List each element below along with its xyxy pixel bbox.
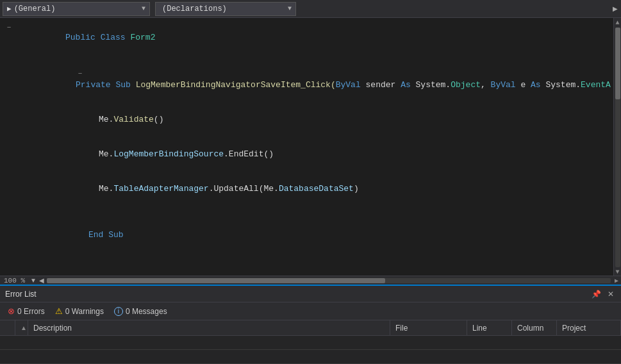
- code-line-8: [0, 252, 613, 264]
- line-content-6: [15, 206, 611, 218]
- general-dropdown-icon: ▶: [7, 4, 12, 13]
- col-sort-arrow: ▲: [15, 320, 28, 335]
- top-scroll-right-btn[interactable]: ▶: [609, 2, 621, 16]
- me-3: Me.: [99, 115, 113, 124]
- code-line-4: Me.LogMemberBindingSource.EndEdit(): [0, 137, 613, 172]
- declarations-dropdown[interactable]: (Declarations) ▼: [155, 2, 296, 16]
- h-scroll-track[interactable]: [47, 278, 611, 283]
- kw-as-2: As: [401, 80, 415, 90]
- kw-private-2: Private: [76, 80, 115, 90]
- top-toolbar: ▶ (General) ▼ (Declarations) ▼ ▶: [0, 0, 621, 18]
- zoom-dropdown-btn[interactable]: ▼: [29, 276, 38, 285]
- vertical-scrollbar[interactable]: ▲ ▼: [613, 18, 621, 276]
- messages-filter-btn[interactable]: i 0 Messages: [110, 304, 171, 318]
- bottom-scrollbar[interactable]: 100 % ▼ ◀ ▶: [0, 276, 621, 285]
- col-project-header[interactable]: Project: [557, 320, 621, 335]
- h-scroll-right-arrow[interactable]: ▶: [612, 277, 621, 285]
- scroll-up-arrow[interactable]: ▲: [614, 19, 622, 26]
- col-description-header[interactable]: Description: [28, 320, 390, 335]
- paren-3: (): [154, 115, 164, 124]
- dataset-5: DatabaseDataSet: [279, 184, 354, 194]
- comma-2: ,: [481, 80, 491, 90]
- code-line-6: [0, 206, 613, 218]
- code-editor: − Public Class Form2 − Private Sub LogMe…: [0, 18, 621, 285]
- expander-4: [3, 137, 15, 138]
- col-line-header[interactable]: Line: [467, 320, 512, 335]
- close-panel-btn[interactable]: ✕: [606, 290, 616, 299]
- expander-2: [3, 55, 15, 56]
- line-content-9: − Private Sub Form2_Load(ByVal sender As…: [15, 264, 611, 276]
- method-name-2: LogMemberBindingNavigatorSaveItem_Click(: [136, 80, 336, 90]
- col-column-header[interactable]: Column: [512, 320, 557, 335]
- kw-eventargs-2: EventArgs: [581, 80, 611, 90]
- expander-1[interactable]: −: [3, 21, 15, 33]
- v-scroll-track[interactable]: [615, 28, 620, 267]
- error-list-controls: 📌 ✕: [590, 290, 616, 299]
- pin-panel-btn[interactable]: 📌: [590, 290, 603, 299]
- col-file-header[interactable]: File: [390, 320, 467, 335]
- kw-sub-2: Sub: [115, 80, 135, 90]
- line-content-5: Me.TableAdapterManager.UpdateAll(Me.Data…: [15, 172, 611, 206]
- error-list-panel: Error List 📌 ✕ ⊗ 0 Errors ⚠ 0 Warnings i…: [0, 285, 621, 364]
- endsub-7: End Sub: [88, 230, 124, 240]
- paren2-5: ): [354, 184, 359, 194]
- error-icon: ⊗: [8, 306, 15, 316]
- error-table-header: ▲ Description File Line Column Project: [0, 320, 621, 336]
- code-content[interactable]: − Public Class Form2 − Private Sub LogMe…: [0, 18, 613, 276]
- endedit-4: .EndEdit(): [224, 149, 274, 159]
- me2-5: Me.: [263, 184, 278, 194]
- me-4: Me.: [99, 149, 113, 159]
- warnings-count-label: 0 Warnings: [65, 307, 104, 316]
- code-line-2: − Private Sub LogMemberBindingNavigatorS…: [0, 55, 613, 103]
- scroll-down-arrow[interactable]: ▼: [614, 269, 622, 276]
- expander-2b[interactable]: −: [76, 67, 85, 79]
- line-content-4: Me.LogMemberBindingSource.EndEdit(): [15, 137, 611, 172]
- errors-count-label: 0 Errors: [17, 307, 45, 316]
- error-filter-bar: ⊗ 0 Errors ⚠ 0 Warnings i 0 Messages: [0, 302, 621, 320]
- expander-9: [3, 264, 15, 265]
- kw-form2: Form2: [130, 33, 155, 42]
- code-line-1: − Public Class Form2: [0, 21, 613, 55]
- general-dropdown[interactable]: ▶ (General) ▼: [3, 2, 150, 16]
- errors-filter-btn[interactable]: ⊗ 0 Errors: [4, 304, 49, 318]
- expander-7: [3, 218, 15, 219]
- kw-byval-2: ByVal: [336, 80, 361, 90]
- tableadapter-5: TableAdapterManager: [113, 184, 208, 194]
- line-content-3: Me.Validate(): [15, 103, 611, 137]
- kw-as2-2: As: [531, 80, 545, 90]
- error-row-empty-1: [0, 336, 621, 350]
- line-content-2: − Private Sub LogMemberBindingNavigatorS…: [15, 55, 611, 103]
- expander-5: [3, 172, 15, 173]
- validate-3: Validate: [113, 115, 153, 124]
- error-list-title: Error List: [5, 290, 37, 299]
- kw-class-1: Class: [101, 33, 131, 42]
- messages-count-label: 0 Messages: [126, 307, 167, 316]
- col-check-header: [0, 320, 15, 335]
- param-sender-2: sender: [361, 80, 401, 90]
- error-table: ▲ Description File Line Column Project: [0, 320, 621, 364]
- general-dropdown-label: (General): [14, 4, 56, 13]
- h-scroll-thumb: [47, 278, 385, 283]
- declarations-dropdown-arrow: ▼: [288, 5, 292, 12]
- expander-6: [3, 206, 15, 208]
- me-5: Me.: [99, 184, 113, 194]
- line-content-1: Public Class Form2: [15, 21, 611, 55]
- expander-8: [3, 252, 15, 254]
- kw-object-2: Object: [451, 80, 481, 90]
- error-row-empty-2: [0, 350, 621, 364]
- system2-2: System.: [545, 80, 581, 90]
- zoom-label: 100 %: [0, 277, 29, 285]
- h-scroll-left-btn[interactable]: ◀: [38, 276, 46, 285]
- error-list-header: Error List 📌 ✕: [0, 286, 621, 302]
- code-line-5: Me.TableAdapterManager.UpdateAll(Me.Data…: [0, 172, 613, 206]
- code-line-9: − Private Sub Form2_Load(ByVal sender As…: [0, 264, 613, 276]
- general-dropdown-arrow: ▼: [142, 5, 145, 12]
- kw-byval2-2: ByVal: [491, 80, 516, 90]
- expander-3: [3, 103, 15, 104]
- system-2: System.: [416, 80, 451, 90]
- kw-public-1: Public: [65, 33, 101, 42]
- warnings-filter-btn[interactable]: ⚠ 0 Warnings: [51, 304, 108, 318]
- v-scroll-thumb: [615, 28, 620, 99]
- error-rows: [0, 336, 621, 364]
- bindingsource-4: LogMemberBindingSource: [113, 149, 224, 159]
